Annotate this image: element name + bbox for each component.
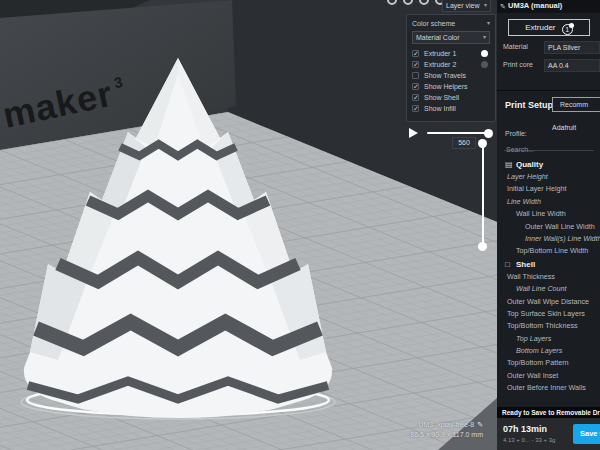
color-scheme-select[interactable]: Material Color ▾ [412, 31, 490, 44]
edit-icon: ✎ [500, 1, 506, 13]
checkbox[interactable]: ✓ [412, 94, 419, 101]
view-option-label: Show Infill [424, 105, 456, 112]
setting-line-width[interactable]: Line Width [497, 196, 600, 208]
recommended-mode-button[interactable]: Recomm [552, 97, 600, 112]
category-label: Shell [516, 260, 535, 269]
layer-number-value: 560 [452, 137, 476, 149]
settings-list: ▤QualityLayer HeightInitial Layer Height… [497, 158, 600, 404]
print-time: 07h 13min [503, 424, 547, 434]
checkbox[interactable] [412, 72, 419, 79]
view-option-extruder-2[interactable]: ✓Extruder 2 [412, 59, 490, 70]
view-mode-select[interactable]: Layer view ▾ [442, 0, 491, 12]
profile-label: Profile: [505, 130, 527, 137]
category-quality[interactable]: ▤Quality [497, 158, 600, 171]
chevron-down-icon: ▾ [487, 19, 490, 28]
checkbox[interactable]: ✓ [412, 83, 419, 90]
sidebar: ✎ UM3A (manual) Extruder 1 Material PLA … [497, 0, 600, 450]
shell-icon: □ [505, 258, 516, 271]
profile-row: Profile: Adafruit [505, 122, 600, 134]
setting-wall-line-width[interactable]: Wall Line Width [497, 208, 600, 220]
model-edit-icon[interactable]: ✎ [477, 421, 483, 428]
setting-top-surface-skin-layers[interactable]: Top Surface Skin Layers [497, 308, 600, 320]
model-dimensions: 86.5 x 90.9 x 117.0 mm [410, 430, 483, 440]
output-bar: 07h 13min 4.13 + 0... - 33 + 3g Save to [497, 418, 600, 450]
viewport-3d[interactable]: maker3 [0, 0, 497, 450]
chevron-down-icon: ▾ [484, 0, 487, 11]
layer-slider-track[interactable] [482, 143, 484, 246]
machine-header[interactable]: ✎ UM3A (manual) [497, 0, 600, 13]
setting-top-bottom-line-width[interactable]: Top/Bottom Line Width [497, 245, 600, 257]
model-info: UM3_xplay-tree-8✎ 86.5 x 90.9 x 117.0 mm [410, 420, 483, 440]
search-input[interactable] [504, 144, 594, 156]
setting-inner-wall-s-line-width[interactable]: Inner Wall(s) Line Width [497, 233, 600, 245]
view-option-extruder-1[interactable]: ✓Extruder 1 [412, 48, 490, 59]
toolbar-icon-3[interactable] [419, 0, 429, 5]
setting-initial-layer-height[interactable]: Initial Layer Height [497, 183, 600, 195]
print-core-row: Print core AA 0.4 [503, 59, 600, 72]
print-setup-title: Print Setup [505, 100, 553, 110]
checkbox[interactable]: ✓ [412, 61, 419, 68]
cura-window: maker3 [0, 0, 600, 450]
checkbox[interactable]: ✓ [412, 50, 419, 57]
view-options-panel: Color scheme ▾ Material Color ▾ ✓Extrude… [406, 14, 496, 122]
tree-silhouette [24, 58, 332, 418]
color-scheme-label: Color scheme ▾ [412, 19, 490, 28]
setting-outer-wall-wipe-distance[interactable]: Outer Wall Wipe Distance [497, 296, 600, 308]
category-label: Quality [516, 160, 543, 169]
material-label: Material [503, 43, 528, 50]
print-core-label: Print core [503, 61, 533, 68]
material-select[interactable]: PLA Silver [544, 41, 600, 54]
divider [497, 90, 600, 91]
setting-wall-line-count[interactable]: Wall Line Count [497, 283, 600, 295]
material-row: Material PLA Silver [503, 41, 600, 54]
checkbox[interactable]: ✓ [412, 105, 419, 112]
material-color-dot [569, 23, 574, 28]
view-option-label: Show Helpers [424, 83, 468, 90]
extruder-color-swatch [481, 50, 488, 57]
view-option-label: Show Shell [424, 94, 459, 101]
quality-icon: ▤ [505, 158, 516, 171]
setting-outer-wall-line-width[interactable]: Outer Wall Line Width [497, 221, 600, 233]
layer-slider-handle-bottom[interactable] [478, 242, 487, 251]
print-core-select[interactable]: AA 0.4 [544, 59, 600, 72]
color-scheme-value: Material Color [416, 34, 460, 41]
category-shell[interactable]: □Shell [497, 258, 600, 271]
setting-layer-height[interactable]: Layer Height [497, 171, 600, 183]
setting-top-bottom-pattern[interactable]: Top/Bottom Pattern [497, 357, 600, 369]
view-option-show-infill[interactable]: ✓Show Infill [412, 103, 490, 114]
setting-top-bottom-thickness[interactable]: Top/Bottom Thickness [497, 320, 600, 332]
extruder-number-badge: 1 [562, 24, 573, 35]
view-mode-label: Layer view [446, 2, 479, 9]
material-estimate: 4.13 + 0... - 33 + 3g [503, 437, 555, 443]
save-button[interactable]: Save to [573, 424, 600, 444]
view-option-label: Extruder 2 [424, 61, 456, 68]
model-name: UM3_xplay-tree-8 [418, 421, 474, 428]
machine-name: UM3A (manual) [508, 1, 562, 10]
view-options-list: ✓Extruder 1✓Extruder 2Show Travels✓Show … [412, 48, 490, 114]
play-button[interactable] [409, 128, 418, 138]
setting-bottom-layers[interactable]: Bottom Layers [497, 345, 600, 357]
extruder-tab-label: Extruder [525, 23, 555, 32]
simulation-slider-handle[interactable] [484, 129, 493, 138]
model-tree[interactable] [18, 52, 348, 422]
toolbar-icon-2[interactable] [403, 0, 413, 5]
view-option-show-helpers[interactable]: ✓Show Helpers [412, 81, 490, 92]
profile-select[interactable]: Adafruit [552, 122, 600, 134]
layer-slider-handle-top[interactable] [478, 139, 487, 148]
status-message: Ready to Save to Removable Drive [497, 407, 600, 418]
setting-top-layers[interactable]: Top Layers [497, 333, 600, 345]
chevron-down-icon: ▾ [483, 32, 486, 43]
extruder-color-swatch [481, 61, 488, 68]
setting-outer-wall-inset[interactable]: Outer Wall Inset [497, 370, 600, 382]
view-option-show-shell[interactable]: ✓Show Shell [412, 92, 490, 103]
toolbar-icon-1[interactable] [387, 0, 397, 5]
extruder-tab[interactable]: Extruder 1 [508, 19, 590, 36]
view-option-label: Show Travels [424, 72, 466, 79]
view-option-label: Extruder 1 [424, 50, 456, 57]
setting-wall-thickness[interactable]: Wall Thickness [497, 271, 600, 283]
simulation-slider-track[interactable] [427, 132, 489, 134]
search-box [504, 138, 594, 151]
setting-outer-before-inner-walls[interactable]: Outer Before Inner Walls [497, 382, 600, 394]
view-option-show-travels[interactable]: Show Travels [412, 70, 490, 81]
